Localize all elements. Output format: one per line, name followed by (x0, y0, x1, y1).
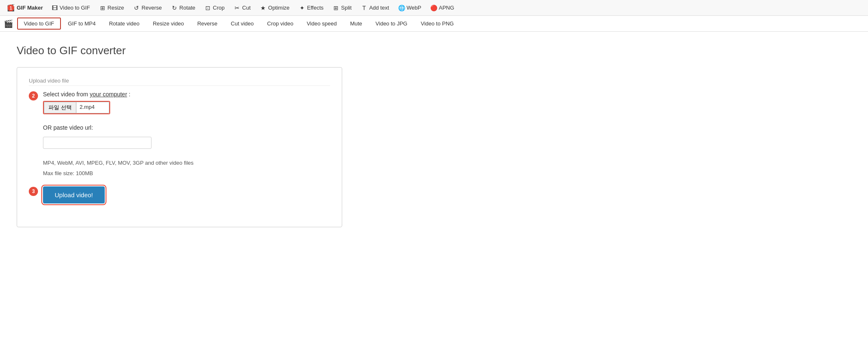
rotate-icon: ↻ (171, 5, 178, 11)
top-nav-label-effects: Effects (307, 5, 324, 11)
top-nav-label-webp: WebP (406, 5, 421, 11)
step-paste-url: OR paste video url: (43, 124, 330, 149)
step-select-file: 2 Select video from your computer : 파일 선… (29, 91, 330, 114)
upload-section-label: Upload video file (29, 78, 330, 86)
step-3-badge: 3 (29, 187, 38, 196)
step-upload: 3 Upload video! (29, 186, 330, 203)
sub-nav-item-resize-video[interactable]: Resize video (146, 18, 190, 29)
top-nav-item-reverse[interactable]: ↺Reverse (129, 3, 166, 13)
sub-nav-label-crop-video: Crop video (267, 20, 293, 27)
sub-nav-item-video-to-png[interactable]: Video to PNG (414, 18, 460, 29)
webp-icon: 🌐 (398, 5, 405, 11)
sub-nav-label-reverse: Reverse (197, 20, 217, 27)
top-nav-item-rotate[interactable]: ↻Rotate (167, 3, 199, 13)
sub-nav-item-reverse[interactable]: Reverse (191, 18, 224, 29)
cut-icon: ✂ (234, 5, 240, 11)
page-title: Video to GIF converter (17, 44, 851, 57)
formats-line1: MP4, WebM, AVI, MPEG, FLV, MOV, 3GP and … (43, 159, 330, 168)
main-content: Video to GIF converter Upload video file… (0, 32, 868, 240)
apng-icon: 🔴 (431, 5, 437, 11)
logo-label: GIF Maker (17, 5, 43, 11)
step-3-content: Upload video! (43, 186, 330, 203)
sub-nav-film-icon[interactable]: 🎬 (2, 17, 15, 30)
top-nav-label-video-to-gif: Video to GIF (60, 5, 90, 11)
split-icon: ⊞ (333, 5, 339, 11)
sub-nav-item-rotate-video[interactable]: Rotate video (103, 18, 146, 29)
notification-badge: 1 (8, 5, 14, 11)
top-nav-item-video-to-gif[interactable]: 🎞Video to GIF (47, 3, 94, 13)
file-name-display: 2.mp4 (76, 102, 109, 113)
resize-icon: ⊞ (99, 5, 106, 11)
file-select-button[interactable]: 파일 선택 (44, 102, 76, 113)
sub-nav-item-video-to-gif[interactable]: Video to GIF (17, 18, 61, 30)
top-nav-item-split[interactable]: ⊞Split (328, 3, 356, 13)
upload-box: Upload video file 2 Select video from yo… (17, 67, 342, 227)
step-2-badge: 2 (29, 91, 38, 100)
formats-line2: Max file size: 100MB (43, 169, 330, 178)
top-nav-label-reverse: Reverse (141, 5, 161, 11)
top-nav-item-optimize[interactable]: ★Optimize (256, 3, 294, 13)
sub-nav-label-resize-video: Resize video (153, 20, 184, 27)
crop-icon: ⊡ (204, 5, 211, 11)
sub-nav-item-video-to-jpg[interactable]: Video to JPG (369, 18, 414, 29)
file-input-wrapper: 파일 선택 2.mp4 (43, 101, 110, 114)
sub-nav-label-mute: Mute (350, 20, 362, 27)
sub-nav-item-crop-video[interactable]: Crop video (261, 18, 300, 29)
reverse-icon: ↺ (133, 5, 140, 11)
url-input[interactable] (43, 137, 151, 149)
top-nav-label-cut: Cut (242, 5, 250, 11)
add-text-icon: T (361, 5, 368, 11)
top-nav-item-resize[interactable]: ⊞Resize (95, 3, 129, 13)
sub-nav-label-video-to-jpg: Video to JPG (376, 20, 407, 27)
logo-area[interactable]: 🎬 1 GIF Maker (3, 2, 46, 13)
top-nav-label-split: Split (341, 5, 351, 11)
top-nav-item-add-text[interactable]: TAdd text (357, 3, 394, 13)
effects-icon: ✦ (299, 5, 305, 11)
sub-nav-label-video-to-png: Video to PNG (421, 20, 454, 27)
paste-url-label: OR paste video url: (43, 124, 93, 131)
step-2-content: Select video from your computer : 파일 선택 … (43, 91, 330, 114)
sub-nav-label-video-to-gif: Video to GIF (24, 20, 54, 27)
sub-nav-label-gif-to-mp4: GIF to MP4 (68, 20, 96, 27)
top-nav-item-effects[interactable]: ✦Effects (295, 3, 328, 13)
top-nav-label-resize: Resize (108, 5, 124, 11)
top-nav-item-crop[interactable]: ⊡Crop (200, 3, 229, 13)
upload-video-button[interactable]: Upload video! (43, 186, 105, 203)
top-nav-item-cut[interactable]: ✂Cut (230, 3, 255, 13)
sub-nav-label-cut-video: Cut video (231, 20, 254, 27)
optimize-icon: ★ (260, 5, 267, 11)
video-to-gif-icon: 🎞 (51, 5, 58, 11)
top-nav-item-webp[interactable]: 🌐WebP (394, 3, 425, 13)
sub-nav-label-rotate-video: Rotate video (109, 20, 139, 27)
sub-nav-item-mute[interactable]: Mute (344, 18, 368, 29)
top-nav: 🎬 1 GIF Maker 🎞Video to GIF⊞Resize↺Rever… (0, 0, 868, 16)
sub-nav-item-cut-video[interactable]: Cut video (225, 18, 260, 29)
top-nav-label-apng: APNG (439, 5, 454, 11)
top-nav-label-add-text: Add text (369, 5, 389, 11)
formats-info: MP4, WebM, AVI, MPEG, FLV, MOV, 3GP and … (43, 159, 330, 178)
sub-nav-item-video-speed[interactable]: Video speed (300, 18, 343, 29)
top-nav-label-rotate: Rotate (179, 5, 195, 11)
sub-nav: 🎬 Video to GIFGIF to MP4Rotate videoResi… (0, 16, 868, 32)
top-nav-label-crop: Crop (213, 5, 225, 11)
select-file-label: Select video from your computer : (43, 91, 330, 98)
sub-nav-item-gif-to-mp4[interactable]: GIF to MP4 (62, 18, 102, 29)
sub-nav-label-video-speed: Video speed (307, 20, 337, 27)
top-nav-item-apng[interactable]: 🔴APNG (426, 3, 459, 13)
top-nav-label-optimize: Optimize (268, 5, 290, 11)
